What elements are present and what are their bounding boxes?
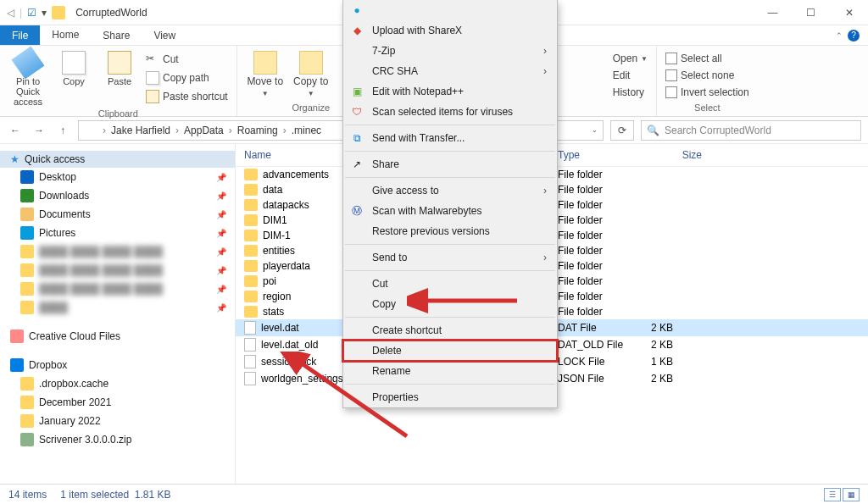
folder-icon [244, 199, 258, 211]
tab-view[interactable]: View [142, 25, 187, 45]
cm-copy[interactable]: Copy [343, 294, 557, 314]
cm-rename[interactable]: Rename [343, 361, 557, 381]
search-input[interactable]: 🔍 Search CorruptedWorld [641, 120, 861, 141]
help-icon[interactable]: ? [848, 30, 860, 42]
select-group-label: Select [694, 102, 721, 113]
chevron-down-icon: ▼ [308, 90, 314, 97]
edit-button[interactable]: Edit [611, 68, 649, 83]
dropbox-cache[interactable]: .dropbox.cache [0, 374, 235, 393]
divider-icon: | [19, 7, 22, 19]
back-button[interactable]: ← [7, 125, 24, 136]
folder-icon [20, 396, 34, 409]
minimize-button[interactable]: — [754, 0, 792, 25]
folder-icon [244, 291, 258, 302]
chevron-right-icon: › [227, 125, 234, 136]
paste-shortcut-button[interactable]: Paste shortcut [144, 88, 230, 105]
scrivener-zip[interactable]: Scrivener 3.0.0.0.zip [0, 430, 235, 449]
copy-button[interactable]: Copy [53, 49, 95, 88]
nav-downloads[interactable]: Downloads📌 [0, 186, 235, 205]
select-none-button[interactable]: Select none [664, 68, 751, 83]
cm-delete[interactable]: Delete [343, 341, 557, 361]
malwarebytes-icon: Ⓜ [350, 204, 364, 218]
chevron-right-icon: › [543, 185, 547, 197]
pin-icon [12, 47, 45, 80]
nav-pictures[interactable]: Pictures📌 [0, 224, 235, 242]
nav-blurred-item[interactable]: ████📌 [0, 298, 235, 317]
pin-icon: 📌 [216, 285, 226, 294]
cm-7zip[interactable]: 7-Zip› [343, 41, 557, 61]
cm-notepadpp[interactable]: ▣Edit with Notepad++ [343, 81, 557, 102]
up-button[interactable]: ↑ [54, 125, 71, 136]
tab-file[interactable]: File [0, 25, 40, 45]
share-icon: ↗ [350, 158, 364, 171]
details-view-button[interactable]: ☰ [824, 488, 841, 501]
nav-blurred-item[interactable]: ████ ████ ████ ████📌 [0, 280, 235, 298]
cm-malwarebytes[interactable]: ⓂScan with Malwarebytes [343, 201, 557, 221]
pin-to-quick-access-button[interactable]: Pin to Quick access [7, 49, 49, 108]
cm-upload-sharex[interactable]: ◆Upload with ShareX [343, 20, 557, 41]
search-icon: 🔍 [647, 125, 659, 136]
pin-icon: 📌 [216, 191, 226, 201]
folder-icon [20, 263, 34, 277]
cm-partial-top[interactable]: ● [343, 0, 557, 20]
folder-icon [20, 226, 34, 240]
creative-cloud-files[interactable]: Creative Cloud Files [0, 327, 235, 346]
chevron-right-icon: › [543, 252, 547, 263]
move-to-button[interactable]: Move to ▼ [244, 49, 287, 100]
chevron-down-icon[interactable]: ⌄ [592, 126, 598, 134]
cm-cut[interactable]: Cut [343, 274, 557, 294]
selected-size: 1.81 KB [135, 489, 171, 501]
tab-share[interactable]: Share [91, 25, 142, 45]
cm-send-to[interactable]: Send to› [343, 247, 557, 268]
tab-home[interactable]: Home [40, 25, 91, 45]
file-icon [244, 372, 256, 385]
qat-more-icon[interactable]: ▾ [42, 7, 47, 19]
january-2022[interactable]: January 2022 [0, 412, 235, 430]
quick-access[interactable]: ★ Quick access [0, 151, 235, 168]
history-button[interactable]: History [611, 85, 649, 100]
cut-button[interactable]: Cut [144, 51, 230, 68]
separator [345, 244, 555, 245]
december-2021[interactable]: December 2021 [0, 393, 235, 412]
chevron-right-icon: › [543, 45, 547, 57]
zip-icon [20, 433, 34, 446]
copy-to-button[interactable]: Copy to ▼ [290, 49, 332, 100]
nav-blurred-item[interactable]: ████ ████ ████ ████📌 [0, 261, 235, 280]
cm-scan-viruses[interactable]: 🛡Scan selected items for viruses [343, 102, 557, 122]
copy-path-button[interactable]: Copy path [144, 69, 230, 86]
open-button[interactable]: Open ▼ [611, 51, 649, 66]
organize-group-label: Organize [292, 102, 330, 113]
check-qat-icon[interactable]: ☑ [27, 7, 36, 19]
copy-icon [62, 51, 86, 75]
cm-share[interactable]: ↗Share [343, 154, 557, 174]
nav-documents[interactable]: Documents📌 [0, 205, 235, 224]
dropbox[interactable]: Dropbox [0, 356, 235, 374]
cm-restore-versions[interactable]: Restore previous versions [343, 221, 557, 241]
nav-desktop[interactable]: Desktop📌 [0, 168, 235, 186]
sharex-icon: ◆ [350, 24, 364, 37]
select-all-button[interactable]: Select all [664, 51, 751, 66]
back-qat-icon[interactable]: ◁ [7, 7, 14, 19]
collapse-ribbon-icon[interactable]: ⌃ [836, 31, 843, 40]
star-icon: ★ [10, 153, 19, 165]
paste-button[interactable]: Paste [98, 49, 141, 88]
nav-blurred-item[interactable]: ████ ████ ████ ████📌 [0, 242, 235, 261]
forward-button[interactable]: → [31, 125, 47, 136]
folder-icon [20, 301, 34, 314]
copy-to-icon [299, 51, 323, 75]
refresh-button[interactable]: ⟳ [610, 120, 634, 141]
maximize-button[interactable]: ☐ [792, 0, 830, 25]
cm-give-access[interactable]: Give access to› [343, 180, 557, 201]
invert-selection-button[interactable]: Invert selection [664, 85, 751, 100]
cm-properties[interactable]: Properties [343, 387, 557, 407]
separator [345, 317, 555, 318]
pin-icon: 📌 [216, 173, 226, 182]
cm-crc-sha[interactable]: CRC SHA› [343, 61, 557, 81]
cm-send-transfer[interactable]: ⧉Send with Transfer... [343, 128, 557, 148]
close-button[interactable]: ✕ [830, 0, 868, 25]
folder-icon [20, 282, 34, 296]
folder-icon [20, 414, 34, 428]
file-icon [244, 338, 256, 352]
large-icons-view-button[interactable]: ▦ [843, 488, 860, 501]
cm-create-shortcut[interactable]: Create shortcut [343, 320, 557, 341]
